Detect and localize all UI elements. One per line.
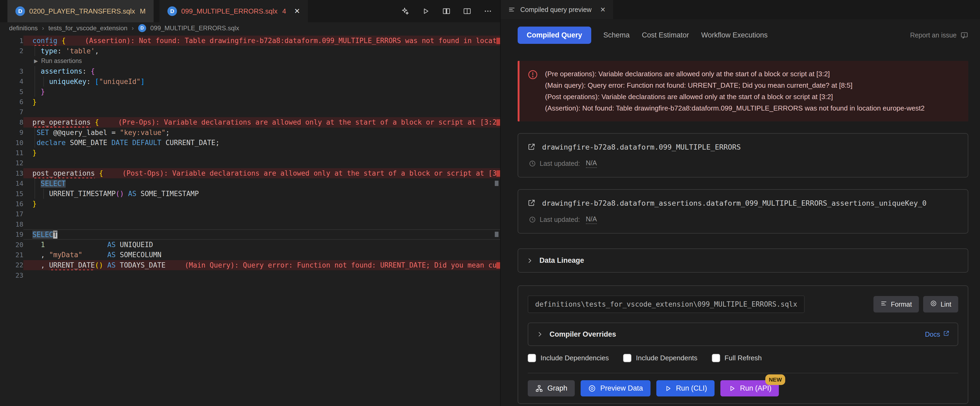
- compiler-overrides-section[interactable]: Compiler Overrides Docs: [528, 323, 958, 346]
- error-overview-mark: [496, 38, 500, 44]
- split-columns-icon[interactable]: [442, 7, 451, 16]
- checkbox-box[interactable]: [712, 354, 720, 362]
- dataform-icon: D: [138, 24, 146, 32]
- line-number: 12: [0, 158, 23, 168]
- panel-tabbar: Compiled query preview ✕: [501, 0, 980, 19]
- checkbox-full-refresh[interactable]: Full Refresh: [712, 354, 762, 362]
- vscode-window: D0200_PLAYER_TRANSFERS.sqlxMD099_MULTIPL…: [0, 0, 980, 406]
- lint-button-label: Lint: [941, 301, 951, 308]
- button-label: Graph: [547, 384, 567, 392]
- line-content: assertions: {: [23, 66, 500, 76]
- code-line-3: 3 assertions: {: [0, 66, 500, 76]
- breadcrumb-file[interactable]: 099_MULTIPLE_ERRORS.sqlx: [150, 24, 239, 32]
- data-lineage-label: Data Lineage: [539, 256, 584, 265]
- checkbox-label: Include Dependencies: [541, 354, 609, 362]
- external-link-icon: [527, 199, 536, 207]
- editor-scrollbar[interactable]: [494, 36, 500, 406]
- run-cli--button[interactable]: Run (CLI): [656, 380, 714, 396]
- table-link[interactable]: drawingfire-b72a8.dataform_assertions.da…: [527, 199, 959, 207]
- error-message-line: (Pre operations): Variable declarations …: [545, 68, 924, 80]
- preview-data-button[interactable]: Preview Data: [581, 380, 651, 396]
- line-content: SET @@query_label = "key:value";: [23, 127, 500, 138]
- selection-overview-mark: [495, 232, 498, 237]
- layout-icon[interactable]: [463, 7, 471, 16]
- line-number: 13: [0, 168, 23, 178]
- error-message-line: (Post operations): Variable declarations…: [545, 91, 924, 103]
- run-icon[interactable]: [422, 7, 430, 16]
- last-updated-row: Last updated:N/A: [527, 159, 959, 168]
- last-updated-label: Last updated:: [540, 160, 580, 167]
- run-assertions-codelens[interactable]: ▶Run assertions: [0, 57, 82, 65]
- table-card: drawingfire-b72a8.dataform_assertions.da…: [518, 189, 968, 234]
- indent-guide: [35, 46, 35, 56]
- panel-nav-tab-workflow-executions[interactable]: Workflow Executions: [701, 31, 768, 39]
- checkbox-box[interactable]: [623, 354, 632, 362]
- line-content: type: 'table',: [23, 46, 500, 56]
- line-content: 1 AS UNIQUEID: [23, 240, 500, 250]
- format-icon: [880, 300, 887, 309]
- run-options-checkboxes: Include DependenciesInclude DependentsFu…: [528, 354, 958, 362]
- more-icon[interactable]: [484, 7, 492, 16]
- editor-toolbar: [401, 0, 492, 22]
- codelens-row: ▶Run assertions: [0, 56, 500, 66]
- panel-body: Compiled QuerySchemaCost EstimatorWorkfl…: [501, 19, 980, 406]
- lint-icon: [930, 300, 937, 309]
- run-api--button[interactable]: Run (API)NEW: [721, 380, 779, 396]
- selection-overview-mark: [495, 181, 498, 186]
- table-link[interactable]: drawingfire-b72a8.dataform.099_MULTIPLE_…: [527, 143, 959, 151]
- indent-guide: [43, 76, 44, 87]
- editor-tab-099_MULTIPLE_ERRORS.sqlx[interactable]: D099_MULTIPLE_ERRORS.sqlx4✕: [159, 0, 308, 22]
- docs-link[interactable]: Docs: [925, 330, 950, 339]
- breadcrumb-item[interactable]: definitions: [9, 24, 38, 32]
- play-icon: ▶: [34, 58, 38, 64]
- panel-nav-tab-compiled-query[interactable]: Compiled Query: [518, 27, 591, 44]
- panel-nav-tab-schema[interactable]: Schema: [603, 31, 630, 39]
- format-button-label: Format: [891, 301, 912, 308]
- last-updated-row: Last updated:N/A: [527, 215, 959, 224]
- panel-nav-tab-cost-estimator[interactable]: Cost Estimator: [642, 31, 689, 39]
- format-button[interactable]: Format: [873, 296, 919, 312]
- code-line-1: 1config {(Assertion): Not found: Table d…: [0, 36, 500, 46]
- external-link-icon: [943, 330, 950, 339]
- checkbox-include-dependents[interactable]: Include Dependents: [623, 354, 697, 362]
- data-lineage-section[interactable]: Data Lineage: [518, 248, 968, 272]
- line-content: [23, 209, 500, 219]
- code-editor[interactable]: 1config {(Assertion): Not found: Table d…: [0, 34, 500, 406]
- panel-nav-tabs: Compiled QuerySchemaCost EstimatorWorkfl…: [518, 27, 968, 44]
- report-an-issue-link[interactable]: Report an issue: [910, 31, 968, 39]
- tab-label: 0200_PLAYER_TRANSFERS.sqlx: [29, 7, 135, 16]
- code-line-12: 12: [0, 158, 500, 168]
- close-icon[interactable]: ✕: [294, 7, 300, 16]
- line-number: 4: [0, 76, 23, 87]
- codelens-label: Run assertions: [41, 57, 82, 65]
- checkbox-label: Full Refresh: [725, 354, 762, 362]
- table-cards: drawingfire-b72a8.dataform.099_MULTIPLE_…: [518, 133, 968, 234]
- tab-badge: M: [140, 7, 146, 16]
- graph-icon: [535, 384, 543, 392]
- error-overview-mark: [496, 262, 500, 269]
- code-line-9: 9 SET @@query_label = "key:value";: [0, 127, 500, 138]
- sparkle-icon[interactable]: [401, 7, 409, 16]
- line-content: SELECT: [23, 178, 500, 188]
- indent-guide: [35, 87, 35, 97]
- line-content: config {(Assertion): Not found: Table dr…: [23, 36, 500, 46]
- line-content: }: [23, 199, 500, 209]
- checkbox-box[interactable]: [528, 354, 536, 362]
- dataform-icon: D: [16, 6, 25, 16]
- panel-tab-compiled-query-preview[interactable]: Compiled query preview ✕: [501, 0, 613, 19]
- close-icon[interactable]: ✕: [600, 6, 606, 14]
- breadcrumb[interactable]: definitions›tests_for_vscode_extension›D…: [0, 22, 500, 34]
- checkbox-include-dependencies[interactable]: Include Dependencies: [528, 354, 609, 362]
- line-content: , URRENT_DATE() AS TODAYS_DATE(Main Quer…: [23, 260, 500, 270]
- graph-button[interactable]: Graph: [528, 380, 575, 396]
- line-number: 18: [0, 219, 23, 229]
- line-content: URRENT_TIMESTAMP() AS SOME_TIMESTAMP: [23, 189, 500, 199]
- file-path: definitions\tests_for_vscode_extension\0…: [528, 296, 805, 313]
- code-line-5: 5 }: [0, 87, 500, 97]
- line-number: 3: [0, 66, 23, 76]
- editor-tab-0200_PLAYER_TRANSFERS.sqlx[interactable]: D0200_PLAYER_TRANSFERS.sqlxM: [8, 0, 154, 22]
- checkbox-label: Include Dependents: [636, 354, 697, 362]
- breadcrumb-item[interactable]: tests_for_vscode_extension: [48, 24, 127, 32]
- indent-guide: [35, 178, 35, 188]
- lint-button[interactable]: Lint: [923, 296, 958, 312]
